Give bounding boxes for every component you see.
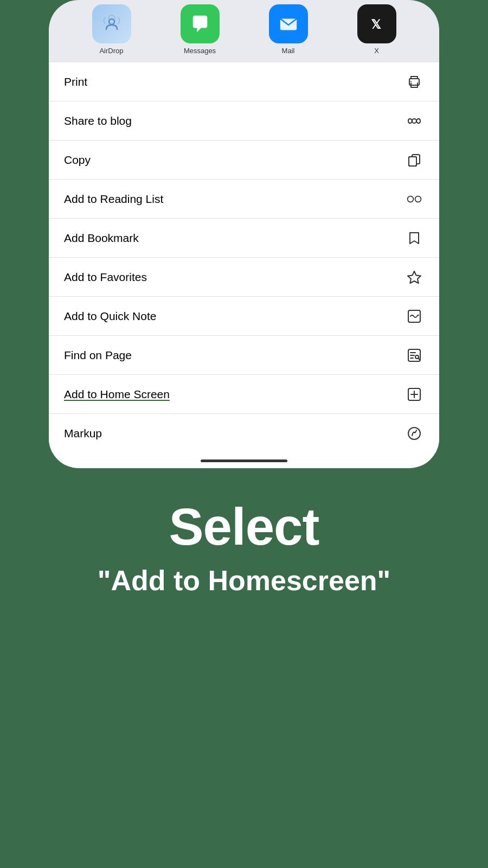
copy-menu-item[interactable]: Copy: [49, 141, 439, 180]
svg-point-9: [408, 196, 414, 202]
svg-point-5: [412, 119, 416, 123]
print-icon: [404, 72, 424, 92]
copy-label: Copy: [64, 154, 91, 167]
svg-point-4: [410, 81, 412, 82]
x-app-item[interactable]: 𝕏 X: [357, 4, 396, 55]
home-bar-line: [201, 459, 287, 462]
x-label: X: [374, 47, 379, 55]
markup-icon: [404, 424, 424, 443]
share-to-blog-menu-item[interactable]: Share to blog: [49, 101, 439, 141]
svg-marker-11: [408, 271, 421, 283]
add-homescreen-label: "Add to Homescreen": [98, 564, 391, 597]
find-on-page-menu-item[interactable]: Find on Page: [49, 336, 439, 375]
mail-label: Mail: [282, 47, 295, 55]
add-home-screen-menu-item[interactable]: Add to Home Screen: [49, 375, 439, 414]
add-home-icon: [404, 385, 424, 404]
messages-label: Messages: [184, 47, 216, 55]
reading-list-label: Add to Reading List: [64, 193, 163, 206]
app-icons-row: AirDrop Messages Mail: [49, 0, 439, 62]
airdrop-label: AirDrop: [99, 47, 123, 55]
print-menu-item[interactable]: Print: [49, 62, 439, 101]
add-bookmark-label: Add Bookmark: [64, 232, 139, 245]
messages-icon: [181, 4, 220, 43]
find-icon: [404, 346, 424, 365]
svg-point-22: [408, 427, 420, 439]
star-icon: [404, 267, 424, 287]
svg-point-0: [109, 19, 114, 24]
bottom-instruction: Select "Add to Homescreen": [65, 501, 423, 597]
markup-label: Markup: [64, 427, 102, 440]
bookmark-icon: [404, 228, 424, 248]
add-favorites-menu-item[interactable]: Add to Favorites: [49, 258, 439, 297]
phone-wrapper: AirDrop Messages Mail: [49, 0, 439, 468]
airdrop-app-item[interactable]: AirDrop: [92, 4, 131, 55]
find-on-page-label: Find on Page: [64, 349, 132, 362]
menu-list: Print Share to blog: [49, 62, 439, 453]
share-to-blog-label: Share to blog: [64, 114, 132, 127]
select-label: Select: [98, 501, 391, 553]
quick-note-menu-item[interactable]: Add to Quick Note: [49, 297, 439, 336]
home-bar: [49, 453, 439, 468]
mail-icon: [269, 4, 308, 43]
messages-app-item[interactable]: Messages: [181, 4, 220, 55]
markup-menu-item[interactable]: Markup: [49, 414, 439, 453]
svg-point-10: [415, 196, 421, 202]
phone-frame: AirDrop Messages Mail: [49, 0, 439, 468]
svg-text:𝕏: 𝕏: [371, 17, 381, 31]
add-bookmark-menu-item[interactable]: Add Bookmark: [49, 219, 439, 258]
svg-rect-7: [409, 157, 416, 166]
mail-app-item[interactable]: Mail: [269, 4, 308, 55]
quick-note-icon: [404, 307, 424, 326]
share-blog-icon: [404, 111, 424, 131]
reading-list-icon: [404, 189, 424, 209]
svg-line-18: [419, 358, 420, 360]
print-label: Print: [64, 75, 87, 88]
add-home-screen-label: Add to Home Screen: [64, 388, 170, 401]
quick-note-label: Add to Quick Note: [64, 310, 156, 323]
copy-icon: [404, 150, 424, 170]
airdrop-icon: [92, 4, 131, 43]
reading-list-menu-item[interactable]: Add to Reading List: [49, 180, 439, 219]
x-app-icon: 𝕏: [357, 4, 396, 43]
add-favorites-label: Add to Favorites: [64, 271, 147, 284]
